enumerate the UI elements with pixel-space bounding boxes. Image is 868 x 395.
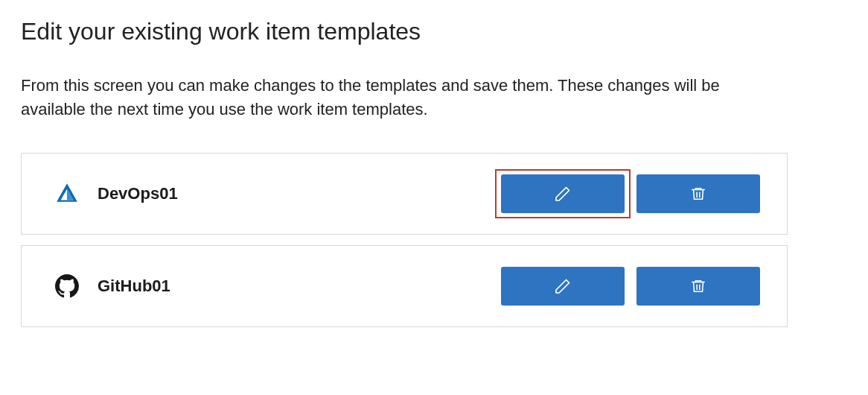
pencil-icon: [554, 277, 572, 295]
delete-button[interactable]: [636, 174, 760, 213]
template-row: GitHub01: [21, 245, 788, 327]
template-name: DevOps01: [98, 184, 178, 203]
template-row: DevOps01: [21, 153, 788, 235]
github-icon: [54, 274, 80, 299]
edit-button-wrap: [495, 169, 631, 218]
trash-icon: [690, 278, 706, 294]
azure-devops-icon: [54, 181, 80, 206]
template-name: GitHub01: [98, 276, 170, 296]
github-icon: [55, 274, 79, 298]
edit-button-wrap: [501, 267, 625, 306]
delete-button[interactable]: [636, 267, 760, 306]
trash-icon: [690, 186, 706, 202]
template-actions: [501, 267, 760, 306]
edit-button[interactable]: [501, 174, 625, 213]
azure-devops-icon: [54, 181, 80, 206]
edit-button[interactable]: [501, 267, 625, 306]
template-actions: [501, 174, 760, 213]
pencil-icon: [554, 185, 572, 203]
template-list: DevOps01 GitHub01: [21, 153, 788, 327]
page-description: From this screen you can make changes to…: [21, 74, 780, 121]
page-title: Edit your existing work item templates: [21, 18, 847, 45]
